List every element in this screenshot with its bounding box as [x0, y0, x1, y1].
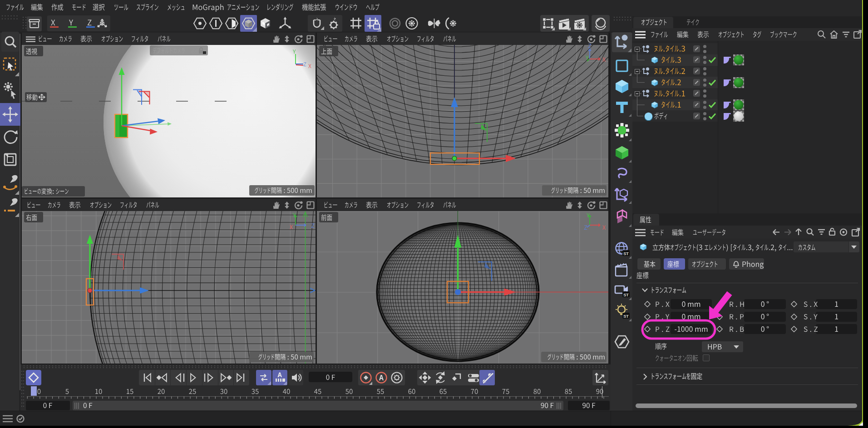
svg-text:ST: ST — [623, 293, 629, 297]
svg-text:ST: ST — [623, 314, 629, 319]
svg-text:ST: ST — [623, 251, 629, 256]
